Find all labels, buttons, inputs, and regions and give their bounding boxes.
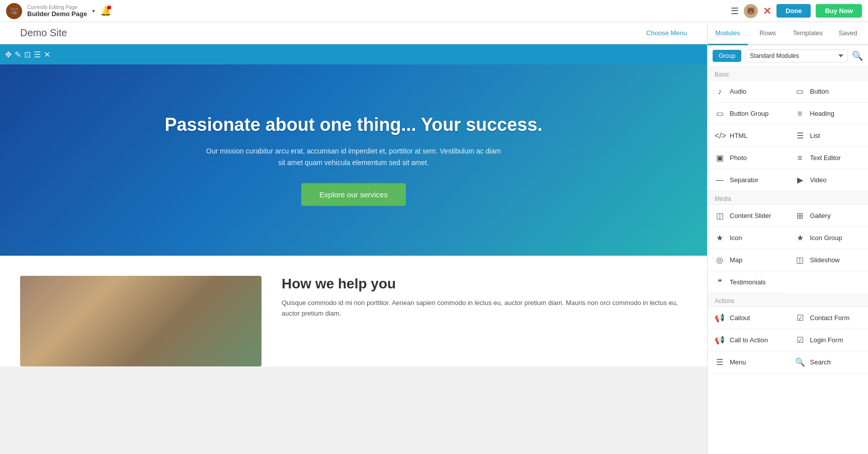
user-avatar[interactable]: 🐻 (744, 4, 758, 18)
topbar-right: ☰ 🐻 ✕ Done Buy Now (731, 4, 862, 18)
module-heading-label: Heading (810, 110, 834, 117)
layout-tool[interactable]: ⊡ (24, 50, 31, 59)
module-html-label: HTML (730, 132, 747, 139)
separator-icon: — (715, 176, 725, 185)
module-button-group[interactable]: ▭ Button Group (708, 103, 788, 125)
group-button[interactable]: Group (713, 50, 741, 62)
module-testimonials[interactable]: ❝ Testimonials (708, 271, 788, 293)
move-tool[interactable]: ✥ (5, 50, 12, 59)
page-dropdown-arrow[interactable]: ▾ (92, 8, 95, 15)
section-basic-label: Basic (708, 67, 868, 81)
module-photo-label: Photo (730, 154, 747, 162)
icon-module-icon: ★ (715, 233, 725, 243)
hero-subtitle: Our mission curabitur arcu erat, accumsa… (203, 145, 504, 168)
media-modules-grid: ◫ Content Slider ⊞ Gallery ★ Icon ★ Icon… (708, 205, 868, 293)
module-icon-label: Icon (730, 234, 742, 242)
hero-content: Passionate about one thing... Your succe… (155, 94, 553, 226)
module-callout-label: Callout (730, 314, 750, 322)
module-button[interactable]: ▭ Button (788, 81, 869, 103)
module-search[interactable]: 🔍 Search (788, 351, 869, 373)
page-content: Demo Site Choose Menu ✥ ✎ ⊡ ☰ ✕ Passiona… (0, 22, 707, 454)
slideshow-icon: ◫ (795, 255, 805, 265)
hero-section: Passionate about one thing... Your succe… (0, 64, 707, 256)
row-toolbar: ✥ ✎ ⊡ ☰ ✕ (0, 44, 707, 64)
module-button-label: Button (810, 88, 829, 95)
module-slideshow-label: Slideshow (810, 256, 840, 264)
module-icon-group[interactable]: ★ Icon Group (788, 227, 869, 249)
hero-title: Passionate about one thing... Your succe… (165, 114, 543, 135)
topbar-left: 🐻 Currently Editing Page Builder Demo Pa… (6, 3, 111, 19)
module-html[interactable]: </> HTML (708, 125, 788, 147)
page-info: Currently Editing Page Builder Demo Page (27, 5, 87, 18)
close-button[interactable]: ✕ (763, 5, 771, 17)
module-audio[interactable]: ♪ Audio (708, 81, 788, 103)
module-menu[interactable]: ☰ Menu (708, 351, 788, 373)
module-content-slider[interactable]: ◫ Content Slider (708, 205, 788, 227)
notifications-button[interactable]: 🔔 (100, 6, 111, 17)
search-modules-button[interactable]: 🔍 (852, 50, 863, 61)
map-icon: ◎ (715, 255, 725, 265)
edit-tool[interactable]: ✎ (15, 50, 21, 59)
photo-icon: ▣ (715, 153, 725, 163)
module-button-group-label: Button Group (730, 110, 768, 117)
module-map-label: Map (730, 256, 742, 264)
module-map[interactable]: ◎ Map (708, 249, 788, 271)
basic-modules-grid: ♪ Audio ▭ Button ▭ Button Group ≡ Headin… (708, 81, 868, 191)
actions-modules-grid: 📢 Callout ☑ Contact Form 📢 Call to Actio… (708, 307, 868, 373)
tab-saved[interactable]: Saved (828, 22, 868, 45)
module-content-slider-label: Content Slider (730, 212, 771, 219)
tab-templates[interactable]: Templates (788, 22, 828, 45)
buy-now-button[interactable]: Buy Now (816, 4, 862, 18)
module-text-editor[interactable]: ≡ Text Editor (788, 147, 869, 169)
testimonials-icon: ❝ (715, 277, 725, 287)
video-icon: ▶ (795, 175, 805, 185)
hero-cta-button[interactable]: Explore our services (301, 183, 406, 206)
module-search-label: Search (810, 358, 831, 366)
settings-tool[interactable]: ☰ (34, 50, 41, 59)
panel-tabs: Modules Rows Templates Saved (708, 22, 868, 45)
module-call-to-action[interactable]: 📢 Call to Action (708, 329, 788, 351)
module-login-form[interactable]: ☑ Login Form (788, 329, 869, 351)
call-to-action-icon: 📢 (715, 335, 725, 345)
module-callout[interactable]: 📢 Callout (708, 307, 788, 329)
currently-editing-label: Currently Editing Page (27, 5, 87, 10)
brand-icon[interactable]: 🐻 (6, 3, 22, 19)
tab-modules[interactable]: Modules (708, 22, 748, 45)
html-icon: </> (715, 131, 725, 140)
module-video[interactable]: ▶ Video (788, 169, 869, 191)
group-select[interactable]: Standard Modules Custom Modules (745, 49, 848, 62)
lower-heading: How we help you (282, 276, 687, 292)
choose-menu-button[interactable]: Choose Menu (646, 29, 687, 37)
module-contact-form[interactable]: ☑ Contact Form (788, 307, 869, 329)
module-testimonials-label: Testimonials (730, 278, 766, 286)
callout-icon: 📢 (715, 313, 725, 323)
module-slideshow[interactable]: ◫ Slideshow (788, 249, 869, 271)
module-separator[interactable]: — Separator (708, 169, 788, 191)
icon-group-icon: ★ (795, 233, 805, 243)
heading-icon: ≡ (795, 109, 805, 118)
right-panel: Modules Rows Templates Saved Group Stand… (707, 22, 868, 454)
button-group-icon: ▭ (715, 109, 725, 118)
module-gallery[interactable]: ⊞ Gallery (788, 205, 869, 227)
module-call-to-action-label: Call to Action (730, 336, 768, 344)
module-icon[interactable]: ★ Icon (708, 227, 788, 249)
module-photo[interactable]: ▣ Photo (708, 147, 788, 169)
tab-rows[interactable]: Rows (748, 22, 788, 45)
list-icon[interactable]: ☰ (731, 6, 739, 17)
button-icon: ▭ (795, 87, 805, 96)
text-editor-icon: ≡ (795, 154, 805, 163)
search-module-icon: 🔍 (795, 357, 805, 367)
module-list[interactable]: ☰ List (788, 125, 869, 147)
module-heading[interactable]: ≡ Heading (788, 103, 869, 125)
module-list: Basic ♪ Audio ▭ Button ▭ Button Group ≡ … (708, 67, 868, 454)
close-row-tool[interactable]: ✕ (44, 50, 50, 59)
menu-icon: ☰ (715, 357, 725, 367)
audio-icon: ♪ (715, 87, 725, 96)
done-button[interactable]: Done (776, 4, 811, 18)
section-actions-label: Actions (708, 293, 868, 307)
module-list-label: List (810, 132, 820, 139)
list-module-icon: ☰ (795, 131, 805, 140)
content-slider-icon: ◫ (715, 211, 725, 220)
module-contact-form-label: Contact Form (810, 314, 850, 322)
module-separator-label: Separator (730, 176, 758, 184)
